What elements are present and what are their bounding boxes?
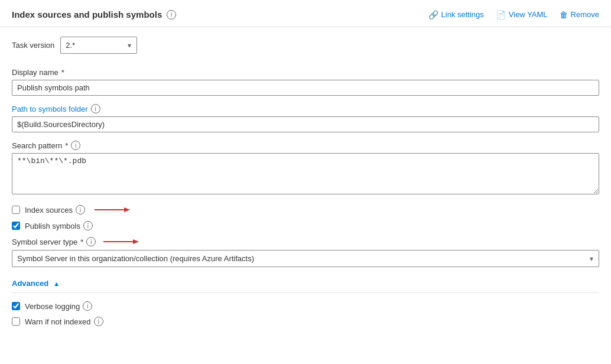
symbol-server-type-select[interactable]: Symbol Server in this organization/colle… [12, 250, 599, 267]
symbol-server-arrow [103, 236, 139, 247]
search-pattern-group: Search pattern * i **\bin\**\*.pdb [12, 141, 599, 196]
task-version-select[interactable]: 2.* 1.* [60, 37, 137, 54]
link-icon: 🔗 [428, 10, 438, 20]
header-actions: 🔗 Link settings 📄 View YAML 🗑 Remove [428, 10, 599, 20]
symbol-server-type-group: Symbol server type * i Symbol Server in … [12, 236, 599, 267]
publish-symbols-row: Publish symbols i [12, 221, 599, 230]
publish-symbols-info-icon[interactable]: i [83, 221, 93, 230]
warn-not-indexed-checkbox[interactable] [12, 317, 20, 326]
yaml-icon: 📄 [496, 10, 506, 20]
title-info-icon[interactable]: i [167, 10, 176, 20]
search-pattern-info-icon[interactable]: i [71, 141, 80, 150]
search-pattern-label: Search pattern * i [12, 141, 599, 150]
display-name-group: Display name * [12, 68, 599, 96]
search-pattern-textarea[interactable]: **\bin\**\*.pdb [12, 153, 599, 194]
path-symbols-group: Path to symbols folder i [12, 104, 599, 132]
index-sources-info-icon[interactable]: i [76, 205, 85, 214]
task-version-wrapper: 2.* 1.* ▾ [60, 37, 137, 54]
publish-symbols-checkbox[interactable] [12, 222, 20, 230]
svg-marker-1 [124, 207, 130, 212]
task-version-label: Task version [12, 41, 54, 50]
task-version-row: Task version 2.* 1.* ▾ [12, 37, 599, 54]
advanced-chevron-icon: ▲ [53, 280, 60, 287]
page-header: Index sources and publish symbols i 🔗 Li… [0, 0, 611, 27]
advanced-section: Advanced ▲ Verbose logging i Warn if not… [12, 279, 599, 326]
symbol-server-required: * [80, 238, 83, 246]
verbose-logging-info-icon[interactable]: i [83, 301, 92, 311]
index-sources-checkbox[interactable] [12, 206, 20, 214]
display-name-required: * [61, 68, 64, 77]
path-symbols-info-icon[interactable]: i [91, 104, 100, 113]
verbose-logging-row: Verbose logging i [12, 301, 599, 311]
header-left: Index sources and publish symbols i [12, 9, 176, 20]
remove-button[interactable]: 🗑 Remove [560, 10, 599, 20]
search-pattern-required: * [65, 141, 68, 150]
verbose-logging-label: Verbose logging i [25, 301, 92, 311]
page-title: Index sources and publish symbols [12, 9, 162, 20]
path-symbols-label: Path to symbols folder i [12, 104, 599, 113]
symbol-server-select-wrapper: Symbol Server in this organization/colle… [12, 250, 599, 267]
warn-not-indexed-info-icon[interactable]: i [94, 317, 103, 326]
warn-not-indexed-label: Warn if not indexed i [25, 317, 103, 326]
trash-icon: 🗑 [560, 10, 568, 20]
publish-symbols-label: Publish symbols i [25, 221, 93, 230]
symbol-server-type-label: Symbol server type * i [12, 236, 599, 247]
red-arrow-svg [95, 204, 130, 215]
main-content: Task version 2.* 1.* ▾ Display name * Pa… [0, 27, 611, 344]
display-name-input[interactable] [12, 80, 599, 96]
index-sources-label: Index sources i [25, 205, 85, 214]
view-yaml-button[interactable]: 📄 View YAML [496, 10, 548, 20]
svg-marker-3 [133, 239, 139, 244]
index-sources-row: Index sources i [12, 204, 599, 215]
warn-not-indexed-row: Warn if not indexed i [12, 317, 599, 326]
verbose-logging-checkbox[interactable] [12, 302, 20, 310]
display-name-label: Display name * [12, 68, 599, 77]
red-arrow-svg2 [103, 236, 139, 247]
advanced-header[interactable]: Advanced ▲ [12, 279, 599, 293]
index-sources-arrow [95, 204, 130, 215]
link-settings-button[interactable]: 🔗 Link settings [428, 10, 484, 20]
path-symbols-input[interactable] [12, 116, 599, 132]
symbol-server-info-icon[interactable]: i [86, 237, 96, 246]
